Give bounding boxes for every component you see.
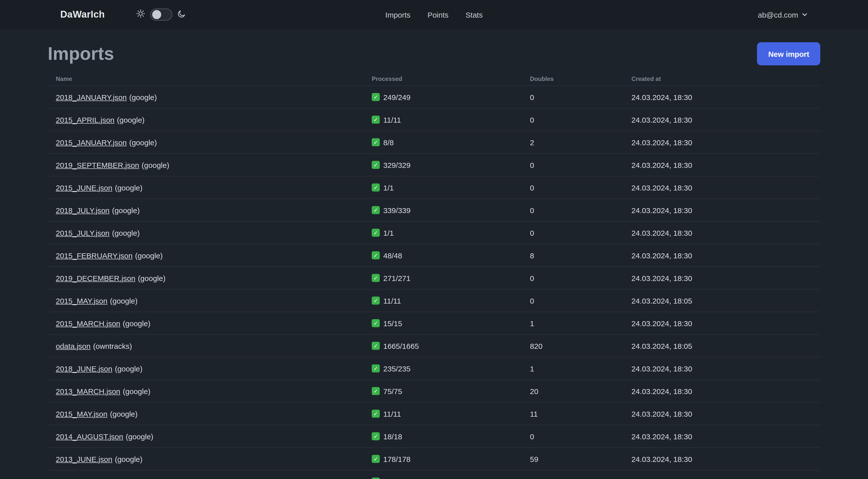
- created-at-cell: 24.03.2024, 18:30: [623, 138, 820, 147]
- account-email: ab@cd.com: [758, 10, 798, 19]
- import-source: (google): [129, 138, 157, 147]
- processed-cell: ✓ 249/249: [364, 93, 522, 101]
- import-file-link[interactable]: 2014_AUGUST.json: [56, 432, 123, 441]
- nav-link-points[interactable]: Points: [428, 10, 448, 19]
- table-row: 2015_MAY.json (google) ✓ 11/11 0 24.03.2…: [48, 289, 820, 311]
- import-source: (google): [126, 432, 153, 441]
- moon-icon: [177, 9, 186, 20]
- account-menu[interactable]: ab@cd.com: [758, 10, 808, 19]
- processed-count: 75/75: [383, 387, 402, 395]
- processed-cell: ✓ 11/11: [364, 409, 522, 418]
- created-at-cell: 24.03.2024, 18:30: [623, 229, 820, 237]
- import-file-link[interactable]: 2018_JUNE.json: [56, 364, 112, 373]
- check-icon: ✓: [372, 161, 380, 169]
- doubles-cell: 1: [522, 364, 623, 373]
- check-icon: ✓: [372, 364, 380, 372]
- created-at-cell: 24.03.2024, 18:30: [623, 115, 820, 124]
- created-at-cell: 24.03.2024, 18:30: [623, 183, 820, 192]
- doubles-cell: 20: [522, 387, 623, 395]
- processed-count: 11/11: [383, 296, 401, 305]
- processed-count: 178/178: [383, 455, 410, 463]
- check-icon: ✓: [372, 206, 380, 214]
- main-nav: Imports Points Stats: [385, 0, 483, 29]
- created-at-cell: 24.03.2024, 18:30: [623, 160, 820, 169]
- import-file-link[interactable]: 2018_JANUARY.json: [56, 93, 127, 101]
- import-source: (google): [123, 319, 150, 327]
- import-source: (google): [123, 387, 150, 395]
- import-file-link[interactable]: 2015_JULY.json: [56, 229, 110, 237]
- doubles-cell: 2: [522, 138, 623, 147]
- processed-count: 249/249: [383, 93, 410, 101]
- nav-link-stats[interactable]: Stats: [466, 10, 483, 19]
- created-at-cell: 24.03.2024, 18:30: [623, 274, 820, 282]
- name-cell: 2015_MARCH.json (google): [48, 319, 364, 327]
- processed-count: 11/11: [383, 115, 401, 124]
- import-file-link[interactable]: 2019_DECEMBER.json: [56, 274, 135, 282]
- table-row: 2015_JANUARY.json (google) ✓ 8/8 2 24.03…: [48, 131, 820, 153]
- name-cell: 2014_AUGUST.json (google): [48, 432, 364, 441]
- created-at-cell: 24.03.2024, 18:30: [623, 206, 820, 214]
- check-icon: ✓: [372, 297, 380, 305]
- processed-cell: ✓ 15/15: [364, 319, 522, 327]
- check-icon: ✓: [372, 251, 380, 259]
- table-row-partial: ✓: [48, 470, 820, 479]
- processed-count: 1/1: [383, 183, 394, 192]
- created-at-cell: 24.03.2024, 18:05: [623, 296, 820, 305]
- table-row: 2013_MARCH.json (google) ✓ 75/75 20 24.0…: [48, 380, 820, 402]
- name-cell: 2018_JANUARY.json (google): [48, 93, 364, 101]
- doubles-cell: 0: [522, 229, 623, 237]
- table-header-row: Name Processed Doubles Created at: [48, 72, 820, 85]
- import-file-link[interactable]: 2015_FEBRUARY.json: [56, 251, 133, 260]
- import-file-link[interactable]: odata.json: [56, 341, 90, 350]
- chevron-down-icon: [802, 10, 808, 19]
- import-file-link[interactable]: 2013_MARCH.json: [56, 387, 120, 395]
- new-import-button[interactable]: New import: [757, 42, 820, 65]
- main-content: Imports New import Name Processed Double…: [0, 42, 868, 479]
- name-cell: 2015_JUNE.json (google): [48, 183, 364, 192]
- import-file-link[interactable]: 2019_SEPTEMBER.json: [56, 160, 139, 169]
- import-source: (google): [110, 296, 137, 305]
- processed-cell: ✓ 11/11: [364, 296, 522, 305]
- import-source: (google): [117, 115, 145, 124]
- name-cell: 2015_APRIL.json (google): [48, 115, 364, 124]
- processed-cell: ✓ 11/11: [364, 115, 522, 124]
- import-file-link[interactable]: 2015_MAY.json: [56, 296, 107, 305]
- name-cell: 2015_FEBRUARY.json (google): [48, 251, 364, 260]
- doubles-cell: 0: [522, 206, 623, 214]
- column-header-processed: Processed: [364, 76, 522, 83]
- table-row: 2019_DECEMBER.json (google) ✓ 271/271 0 …: [48, 266, 820, 289]
- import-source: (google): [115, 455, 143, 463]
- processed-count: 1665/1665: [383, 341, 419, 350]
- processed-cell: ✓ 235/235: [364, 364, 522, 373]
- created-at-cell: 24.03.2024, 18:30: [623, 455, 820, 463]
- processed-count: 339/339: [383, 206, 410, 214]
- created-at-cell: 24.03.2024, 18:30: [623, 319, 820, 327]
- table-row: 2014_AUGUST.json (google) ✓ 18/18 0 24.0…: [48, 425, 820, 447]
- processed-cell: ✓ 48/48: [364, 251, 522, 260]
- column-header-name: Name: [48, 76, 364, 83]
- doubles-cell: 11: [522, 409, 623, 418]
- import-file-link[interactable]: 2015_JUNE.json: [56, 183, 112, 192]
- import-file-link[interactable]: 2015_MAY.json: [56, 409, 107, 418]
- nav-link-imports[interactable]: Imports: [385, 10, 410, 19]
- theme-toggle[interactable]: [136, 8, 186, 21]
- theme-switch[interactable]: [150, 8, 172, 21]
- import-source: (google): [112, 206, 140, 214]
- name-cell: 2018_JUNE.json (google): [48, 364, 364, 373]
- doubles-cell: 0: [522, 93, 623, 101]
- table-row: 2015_JUNE.json (google) ✓ 1/1 0 24.03.20…: [48, 176, 820, 199]
- import-file-link[interactable]: 2015_APRIL.json: [56, 115, 115, 124]
- app-logo[interactable]: DaWarIch: [60, 9, 105, 20]
- import-file-link[interactable]: 2018_JULY.json: [56, 206, 110, 214]
- import-file-link[interactable]: 2013_JUNE.json: [56, 455, 112, 463]
- check-icon: ✓: [372, 478, 380, 479]
- processed-cell: ✓ 75/75: [364, 387, 522, 395]
- import-file-link[interactable]: 2015_JANUARY.json: [56, 138, 127, 147]
- import-file-link[interactable]: 2015_MARCH.json: [56, 319, 120, 327]
- created-at-cell: 24.03.2024, 18:30: [623, 409, 820, 418]
- import-source: (google): [138, 274, 165, 282]
- navbar-left: DaWarIch: [60, 8, 186, 21]
- created-at-cell: 24.03.2024, 18:30: [623, 387, 820, 395]
- processed-cell: ✓ 8/8: [364, 138, 522, 147]
- check-icon: ✓: [372, 138, 380, 146]
